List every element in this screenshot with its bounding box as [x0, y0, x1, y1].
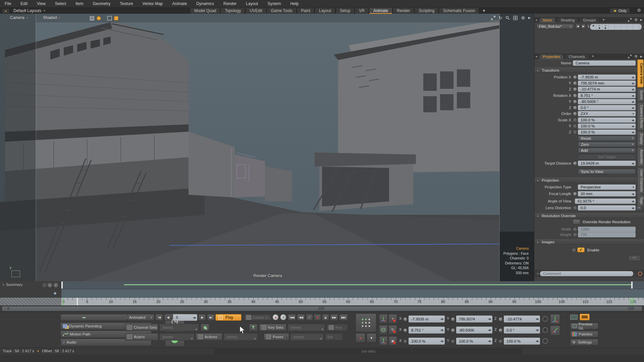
world-axis-button[interactable]: [550, 314, 560, 324]
channel-toggle[interactable]: [573, 206, 577, 210]
lens-distortion-field[interactable]: 0.0◀▶: [578, 205, 636, 210]
increment-down-button[interactable]: ▼: [280, 314, 286, 320]
viewport-3d[interactable]: Camera ▾ Shaded ▾ ↻ ⚙ ▶ Y Render Camera …: [0, 14, 534, 281]
channel-toggle[interactable]: [573, 87, 577, 92]
scrub-icon[interactable]: ◀▶: [632, 199, 634, 204]
scale-x-field[interactable]: 100.0 %◀▶: [409, 338, 445, 345]
command-input[interactable]: Command: [540, 271, 633, 276]
set-button[interactable]: Set: [325, 333, 343, 341]
expand-icon[interactable]: [491, 16, 495, 20]
relationships-toggle-button[interactable]: r: [54, 283, 58, 287]
tab-schematic-fusion[interactable]: Schematic Fusion: [439, 8, 479, 14]
key-sets-none-dropdown[interactable]: (none) ▾: [287, 324, 325, 331]
previous-key-button[interactable]: |◀◀: [288, 314, 296, 321]
layout-preset-dropdown[interactable]: Default Layouts ▾: [13, 8, 45, 13]
scrub-icon[interactable]: ◀▶: [536, 327, 539, 334]
position-y-field[interactable]: 795.5074◀▶: [456, 315, 492, 322]
only-filter-button[interactable]: ★ Only: [610, 8, 630, 13]
scale-tool-icon[interactable]: ▣: [388, 336, 397, 346]
jump-to-end-button[interactable]: ▶|: [207, 314, 215, 321]
expand-icon[interactable]: [628, 18, 632, 22]
scrub-icon[interactable]: ◀▶: [632, 93, 634, 98]
scrub-icon[interactable]: ◀▶: [632, 161, 634, 166]
scrub-icon[interactable]: ◀▶: [488, 338, 491, 345]
remove-key-button[interactable]: ×: [356, 333, 365, 343]
panel-arrow-icon[interactable]: ▶: [640, 55, 642, 58]
scrub-icon[interactable]: ◀▶: [440, 316, 443, 322]
step-back-button[interactable]: ◀|: [164, 314, 172, 321]
channel-toggle[interactable]: [573, 106, 577, 110]
scale-y-field[interactable]: 100.0 %◀▶: [578, 123, 636, 129]
jump-to-start-button[interactable]: |◀: [155, 314, 163, 321]
tab-shading[interactable]: Shading: [557, 17, 578, 23]
position-x-field[interactable]: -7.9935 m◀▶: [409, 315, 445, 322]
tab-animate[interactable]: Animate: [369, 8, 392, 14]
channel-toggle[interactable]: [573, 112, 577, 116]
position-z-field[interactable]: -10.4774◀▶: [504, 315, 540, 322]
step-forward-button[interactable]: |▶: [198, 314, 206, 321]
viewport-camera-menu[interactable]: Camera ▾: [10, 15, 28, 20]
side-tab-assembly[interactable]: Assembly: [637, 147, 644, 167]
menu-item[interactable]: Item: [71, 0, 88, 7]
info-toggle-button[interactable]: i: [42, 283, 47, 287]
tab-scripting[interactable]: Scripting: [414, 8, 439, 14]
side-tab-tags[interactable]: Tags: [637, 195, 644, 207]
focal-length-field[interactable]: 30 mm◀▶: [578, 191, 636, 196]
channels-toggle-button[interactable]: c: [48, 283, 52, 287]
menu-item[interactable]: Edit: [16, 0, 32, 7]
push-down-button[interactable]: ▼: [367, 333, 376, 343]
channel-toggle[interactable]: [573, 192, 577, 196]
disclosure-triangle-icon[interactable]: ▾: [3, 283, 4, 286]
range-start-handle[interactable]: [61, 282, 63, 289]
add-tab-button[interactable]: +: [590, 54, 596, 59]
scrub-icon[interactable]: ◀▶: [632, 191, 634, 196]
local-axis-button[interactable]: [550, 325, 560, 336]
panel-collapse-icon[interactable]: ◀: [535, 19, 537, 21]
transform-section-header[interactable]: ▸Transform: [535, 68, 644, 73]
matcap-sphere-icon[interactable]: [97, 16, 101, 20]
settings-button[interactable]: ⚙ Settings: [570, 339, 598, 346]
tab-model-quad[interactable]: Model Quad: [190, 8, 220, 14]
scrub-icon[interactable]: ◀▶: [536, 338, 539, 345]
projection-type-dropdown[interactable]: Perspective▾: [578, 184, 636, 190]
summary-track-label[interactable]: ▾ Summary: [3, 283, 22, 287]
viewport-shading-menu[interactable]: Shaded ▾: [43, 15, 60, 20]
tab-setup[interactable]: Setup: [335, 8, 355, 14]
actions-none-dropdown[interactable]: (none) ▾: [223, 333, 258, 341]
order-dropdown[interactable]: ZXY▾: [578, 111, 636, 116]
rotation-z-field[interactable]: 0.0 °◀▶: [578, 105, 636, 110]
channel-toggle[interactable]: [573, 94, 577, 98]
menu-item[interactable]: Help: [285, 0, 303, 7]
active-layer-icon[interactable]: [114, 16, 118, 20]
frame-ruler[interactable]: 0510152025303540455055606570758085909510…: [0, 298, 644, 305]
key-state-circle[interactable]: [542, 338, 548, 344]
tab-render[interactable]: Render: [392, 8, 414, 14]
channel-toggle[interactable]: [403, 339, 408, 344]
animation-mode-dropdown[interactable]: Animated ▾: [127, 314, 154, 321]
projection-section-header[interactable]: ▸Projection: [535, 178, 644, 183]
panel-arrow-icon[interactable]: ▶: [640, 18, 642, 21]
set-target-button[interactable]: Set Target: [578, 154, 636, 160]
actors-none-dropdown[interactable]: (none) ▾: [159, 333, 195, 341]
key-options-button[interactable]: ◈: [322, 314, 329, 321]
move-tool-icon[interactable]: +: [388, 314, 397, 323]
rotation-x-field[interactable]: 8.751 °◀▶: [409, 326, 445, 334]
channel-toggle[interactable]: [498, 317, 503, 321]
summary-track-area[interactable]: [61, 281, 644, 289]
auto-key-toggle-button[interactable]: ✓: [306, 314, 313, 321]
gl-display-icon[interactable]: [570, 315, 578, 320]
scale-x-field[interactable]: 100.0 %◀▶: [578, 117, 636, 123]
override-resolution-checkbox[interactable]: [573, 219, 580, 224]
menu-item[interactable]: Select: [50, 0, 71, 7]
enable-checkbox[interactable]: ✓: [577, 247, 585, 252]
channel-toggle[interactable]: [573, 75, 577, 79]
prev-scene-button[interactable]: ◀: [575, 24, 580, 29]
menu-item[interactable]: View: [32, 0, 50, 7]
reset-button[interactable]: Reset▾: [578, 136, 636, 141]
scale-y-field[interactable]: 100.0 %◀▶: [456, 338, 492, 345]
actions-button[interactable]: Actions: [196, 333, 222, 341]
gear-icon[interactable]: ⚙: [637, 8, 641, 13]
key-state-circle[interactable]: [542, 327, 548, 333]
images-section-header[interactable]: ▸Images: [535, 239, 644, 244]
side-tab-camera-effects[interactable]: Camera Effects: [637, 102, 644, 130]
